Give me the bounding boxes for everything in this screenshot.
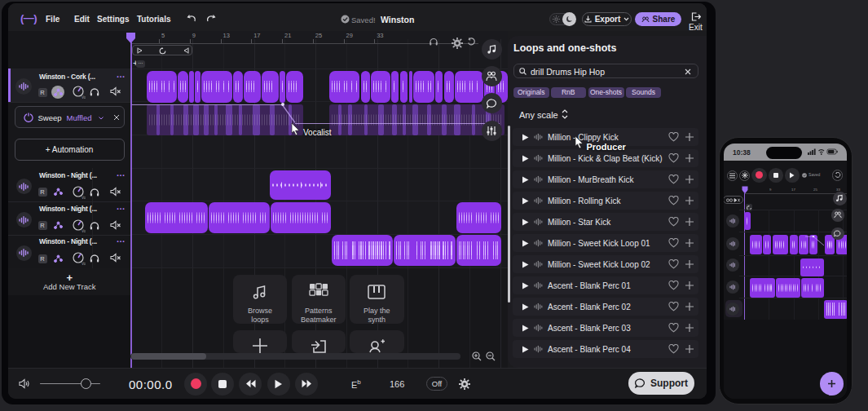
svg-text:Vol: Vol: [82, 195, 86, 199]
svg-text:Vol: Vol: [82, 228, 86, 232]
svg-text:Vol: Vol: [82, 95, 86, 99]
svg-text:Vol: Vol: [82, 262, 86, 266]
